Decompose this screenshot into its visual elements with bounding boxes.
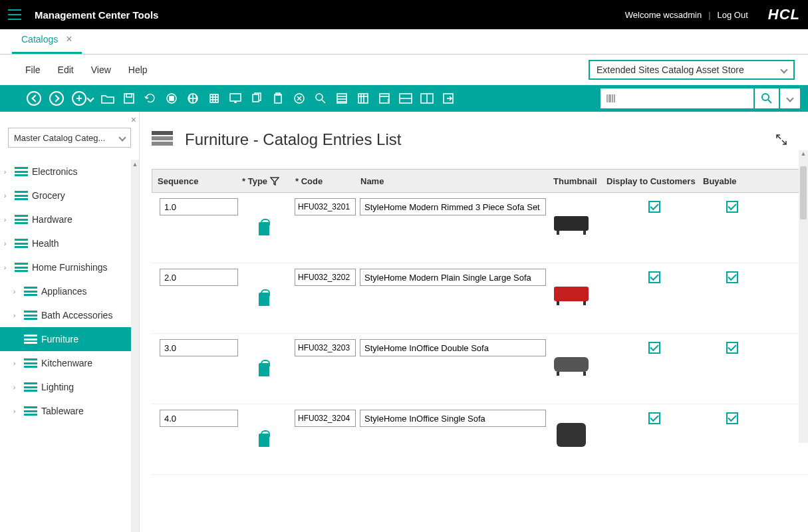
thumbnail-image bbox=[553, 420, 590, 450]
globe-icon[interactable] bbox=[186, 92, 200, 105]
new-button[interactable]: + bbox=[72, 91, 86, 106]
code-input[interactable] bbox=[295, 339, 356, 356]
category-icon bbox=[24, 406, 37, 416]
sidebar-close-icon[interactable]: × bbox=[131, 114, 136, 125]
svg-rect-7 bbox=[275, 94, 281, 103]
filter-icon[interactable] bbox=[270, 176, 279, 186]
code-input[interactable] bbox=[295, 410, 356, 427]
buyable-checkbox[interactable] bbox=[726, 412, 738, 424]
search-button[interactable] bbox=[755, 88, 779, 108]
name-input[interactable] bbox=[360, 198, 546, 215]
code-input[interactable] bbox=[295, 198, 356, 215]
hamburger-icon[interactable] bbox=[8, 9, 21, 20]
thumbnail-image bbox=[553, 209, 590, 238]
new-dropdown-icon[interactable] bbox=[86, 94, 94, 102]
buyable-checkbox[interactable] bbox=[726, 201, 738, 213]
category-icon bbox=[15, 215, 28, 224]
tree-item-kitchenware[interactable]: ›Kitchenware bbox=[0, 351, 139, 375]
sequence-input[interactable] bbox=[160, 410, 238, 427]
list-view-icon bbox=[152, 131, 173, 148]
refresh-icon[interactable] bbox=[144, 92, 157, 105]
table-row[interactable] bbox=[152, 193, 808, 263]
name-input[interactable] bbox=[360, 410, 546, 427]
tree-item-bath-accessories[interactable]: ›Bath Accessories bbox=[0, 303, 139, 327]
menu-bar: File Edit View Help Extended Sites Catal… bbox=[0, 55, 808, 85]
back-button[interactable] bbox=[27, 91, 41, 106]
code-input[interactable] bbox=[295, 269, 356, 286]
brand-logo: HCL bbox=[768, 6, 800, 23]
table-row[interactable] bbox=[152, 263, 808, 334]
menu-view[interactable]: View bbox=[91, 65, 111, 75]
main-content: Furniture - Catalog Entries List Sequenc… bbox=[140, 112, 808, 532]
preview-icon[interactable] bbox=[229, 92, 242, 105]
delete-icon[interactable] bbox=[293, 92, 306, 105]
product-icon bbox=[259, 222, 269, 235]
category-icon bbox=[24, 287, 37, 296]
menu-edit[interactable]: Edit bbox=[58, 65, 74, 75]
category-icon bbox=[15, 167, 28, 176]
product-icon bbox=[259, 434, 269, 447]
tree-item-grocery[interactable]: ›Grocery bbox=[0, 184, 139, 207]
table3-icon[interactable] bbox=[378, 92, 391, 105]
product-icon bbox=[259, 293, 269, 306]
open-icon[interactable] bbox=[101, 92, 114, 105]
category-icon bbox=[15, 191, 28, 200]
col-type[interactable]: * Type bbox=[242, 176, 295, 186]
expand-icon[interactable] bbox=[775, 133, 788, 146]
save-icon[interactable] bbox=[122, 92, 136, 105]
col-buyable[interactable]: Buyable bbox=[703, 176, 763, 186]
name-input[interactable] bbox=[360, 339, 546, 356]
tree-item-health[interactable]: ›Health bbox=[0, 231, 139, 255]
col-sequence[interactable]: Sequence bbox=[152, 176, 242, 186]
split-h-icon[interactable] bbox=[399, 92, 412, 105]
paste-icon[interactable] bbox=[271, 92, 285, 105]
tree-item-tableware[interactable]: ›Tableware bbox=[0, 399, 139, 423]
export-icon[interactable] bbox=[442, 92, 455, 105]
tree-item-appliances[interactable]: ›Appliances bbox=[0, 279, 139, 303]
buyable-checkbox[interactable] bbox=[726, 342, 738, 354]
table-row[interactable] bbox=[152, 334, 808, 404]
search-input[interactable] bbox=[616, 94, 748, 104]
display-checkbox[interactable] bbox=[648, 412, 660, 424]
col-thumbnail[interactable]: Thumbnail bbox=[553, 176, 606, 186]
sequence-input[interactable] bbox=[160, 269, 238, 286]
col-name[interactable]: Name bbox=[360, 176, 553, 186]
main-scrollbar[interactable]: ▲ bbox=[799, 150, 808, 443]
buyable-checkbox[interactable] bbox=[726, 271, 738, 283]
menu-help[interactable]: Help bbox=[128, 65, 148, 75]
forward-button[interactable] bbox=[49, 91, 64, 106]
table-row[interactable] bbox=[152, 404, 808, 475]
sidebar-scrollbar[interactable]: ▲ bbox=[131, 160, 139, 532]
search-expand-button[interactable] bbox=[780, 88, 800, 108]
tab-catalogs[interactable]: Catalogs × bbox=[12, 27, 82, 54]
name-input[interactable] bbox=[360, 269, 546, 286]
tree-item-electronics[interactable]: ›Electronics bbox=[0, 160, 139, 184]
tab-close-icon[interactable]: × bbox=[66, 33, 72, 45]
display-checkbox[interactable] bbox=[648, 201, 660, 213]
category-icon bbox=[24, 382, 37, 392]
split-v-icon[interactable] bbox=[420, 92, 434, 105]
display-checkbox[interactable] bbox=[648, 271, 660, 283]
table2-icon[interactable] bbox=[356, 92, 370, 105]
tree-item-lighting[interactable]: ›Lighting bbox=[0, 375, 139, 399]
col-code[interactable]: * Code bbox=[295, 176, 360, 186]
tree-item-hardware[interactable]: ›Hardware bbox=[0, 207, 139, 231]
table-header: Sequence * Type * Code Name Thumbnail Di… bbox=[152, 169, 808, 193]
menu-file[interactable]: File bbox=[25, 65, 41, 75]
copy-icon[interactable] bbox=[250, 92, 263, 105]
store-selector[interactable]: Extended Sites Catalog Asset Store bbox=[589, 60, 795, 80]
barcode-icon bbox=[606, 93, 616, 104]
find-icon[interactable] bbox=[314, 92, 327, 105]
grid-icon[interactable] bbox=[207, 92, 221, 105]
stop-icon[interactable] bbox=[165, 92, 178, 105]
tree-item-furniture[interactable]: Furniture bbox=[0, 327, 139, 351]
logout-link[interactable]: Log Out bbox=[718, 10, 748, 20]
category-icon bbox=[24, 358, 37, 368]
col-display[interactable]: Display to Customers bbox=[606, 176, 703, 186]
display-checkbox[interactable] bbox=[648, 342, 660, 354]
sequence-input[interactable] bbox=[160, 339, 238, 356]
sidebar-filter-select[interactable]: Master Catalog Categ... bbox=[8, 128, 131, 148]
sequence-input[interactable] bbox=[160, 198, 238, 215]
tree-item-home-furnishings[interactable]: ›Home Furnishings bbox=[0, 255, 139, 279]
table1-icon[interactable] bbox=[335, 92, 348, 105]
